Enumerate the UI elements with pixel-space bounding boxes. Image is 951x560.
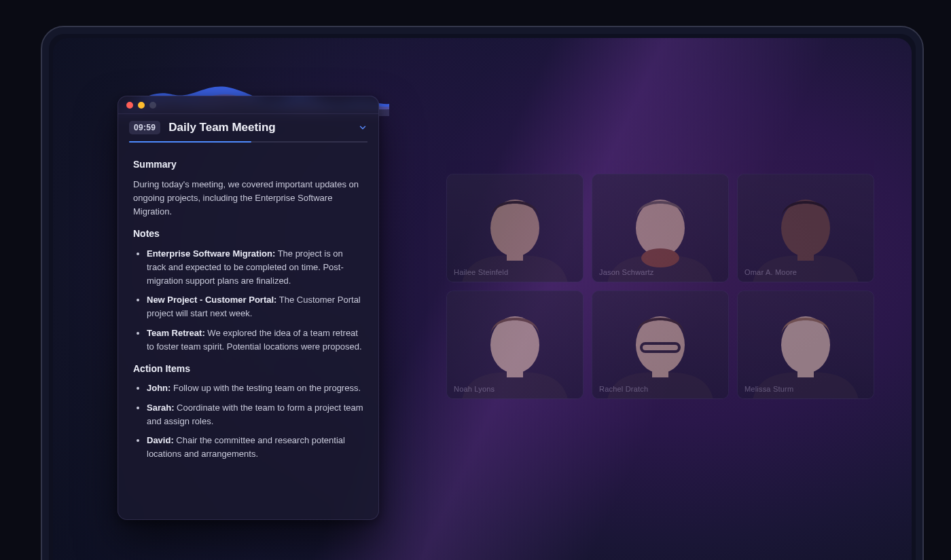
section-heading-notes: Notes: [133, 227, 363, 242]
chevron-down-icon[interactable]: [358, 123, 367, 132]
video-tile[interactable]: Melissa Sturm: [737, 291, 874, 399]
action-item-label: Sarah:: [147, 403, 174, 413]
participant-name: Rachel Dratch: [599, 385, 648, 393]
active-tab-indicator: [129, 141, 251, 143]
window-close-button[interactable]: [126, 102, 133, 109]
section-heading-summary: Summary: [133, 157, 363, 172]
participant-name: Jason Schwartz: [599, 268, 653, 276]
participant-name: Hailee Steinfeld: [454, 268, 508, 276]
note-item: Enterprise Software Migration: The proje…: [147, 247, 363, 288]
notes-list: Enterprise Software Migration: The proje…: [133, 247, 363, 354]
note-item-label: Team Retreat:: [147, 328, 205, 338]
notes-body: Summary During today's meeting, we cover…: [118, 143, 378, 481]
participant-name: Omar A. Moore: [744, 268, 797, 276]
section-heading-action-items: Action Items: [133, 362, 363, 377]
svg-point-5: [636, 200, 685, 257]
action-items-list: John: Follow up with the testing team on…: [133, 381, 363, 461]
meeting-notes-window: 09:59 Daily Team Meeting Summary During …: [118, 96, 379, 520]
video-call-grid: Hailee Steinfeld Jason Schwartz: [446, 174, 874, 399]
window-zoom-button[interactable]: [149, 102, 156, 109]
action-item: John: Follow up with the testing team on…: [147, 381, 363, 395]
tab-underline: [129, 141, 367, 143]
desktop-screen: Hailee Steinfeld Jason Schwartz: [53, 38, 912, 560]
svg-point-12: [490, 316, 539, 373]
note-item-label: Enterprise Software Migration:: [147, 248, 275, 259]
action-item-text: Chair the committee and research potenti…: [147, 435, 345, 459]
meeting-header-row: 09:59 Daily Team Meeting: [118, 114, 378, 134]
video-tile[interactable]: Hailee Steinfeld: [446, 174, 584, 282]
action-item: David: Chair the committee and research …: [147, 434, 363, 461]
action-item-label: John:: [147, 383, 171, 393]
action-item-text: Coordinate with the team to form a proje…: [147, 403, 363, 426]
note-item: Team Retreat: We explored the idea of a …: [147, 326, 363, 354]
meeting-title: Daily Team Meeting: [168, 121, 350, 134]
participant-name: Noah Lyons: [454, 385, 495, 393]
laptop-frame: Hailee Steinfeld Jason Schwartz: [41, 26, 924, 560]
action-item-label: David:: [147, 435, 174, 445]
svg-point-6: [641, 248, 679, 267]
svg-point-9: [781, 200, 830, 257]
meeting-timer: 09:59: [129, 121, 160, 134]
svg-point-2: [490, 200, 539, 257]
action-item: Sarah: Coordinate with the team to form …: [147, 401, 363, 428]
action-item-text: Follow up with the testing team on the p…: [171, 383, 361, 393]
window-titlebar[interactable]: [118, 96, 378, 114]
video-tile[interactable]: Noah Lyons: [446, 291, 584, 399]
note-item: New Project - Customer Portal: The Custo…: [147, 293, 363, 320]
participant-name: Melissa Sturm: [744, 385, 793, 393]
svg-point-19: [781, 316, 830, 373]
video-tile[interactable]: Omar A. Moore: [737, 174, 874, 282]
window-minimize-button[interactable]: [138, 102, 145, 109]
summary-text: During today's meeting, we covered impor…: [133, 178, 363, 219]
video-tile[interactable]: Jason Schwartz: [592, 174, 729, 282]
note-item-label: New Project - Customer Portal:: [147, 295, 276, 305]
video-tile[interactable]: Rachel Dratch: [592, 291, 729, 399]
